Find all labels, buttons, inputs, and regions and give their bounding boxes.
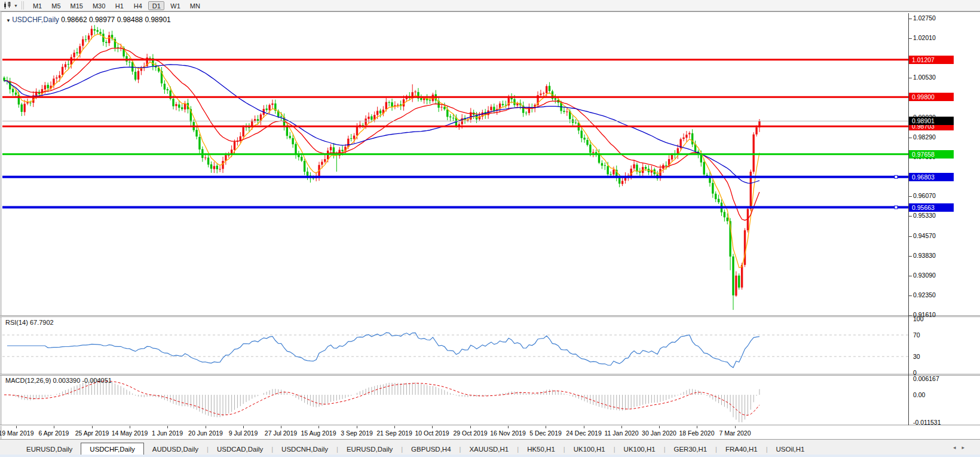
tab-scroll-right-icon[interactable]: ▸ xyxy=(961,444,970,450)
date-tick-mark xyxy=(130,426,130,428)
chart-tab-UK100-H1[interactable]: UK100,H1 xyxy=(565,443,614,456)
ohlc-low: 0.98488 xyxy=(117,16,143,24)
price-tick-mark xyxy=(909,38,912,39)
status-strip xyxy=(0,455,980,457)
chart-title: ▼ USDCHF,Daily 0.98662 0.98977 0.98488 0… xyxy=(6,16,171,24)
date-tick-mark xyxy=(92,426,93,428)
price-tick-label: 1.00530 xyxy=(913,74,936,81)
tab-scroll-arrows: ◂▸ xyxy=(953,444,970,450)
date-tick-mark xyxy=(394,426,395,428)
chart-tab-GER30-H1[interactable]: GER30,H1 xyxy=(666,443,716,456)
toolbar-grip[interactable] xyxy=(22,1,24,10)
current-price-label: 0.98901 xyxy=(909,117,954,125)
date-tick-mark xyxy=(318,426,319,428)
chart-symbol: USDCHF,Daily xyxy=(12,16,59,24)
rsi-line xyxy=(7,333,760,367)
ohlc-high: 0.98977 xyxy=(89,16,115,24)
date-tick-mark xyxy=(735,426,736,428)
macd-scale-max: 0.006167 xyxy=(913,375,939,383)
price-tick-label: 0.92350 xyxy=(913,291,936,299)
price-tick-label: 0.98290 xyxy=(913,133,936,141)
price-tick-mark xyxy=(909,78,912,78)
timeframe-toolbar: ▼ M1M5M15M30H1H4D1W1MN xyxy=(0,0,980,11)
date-tick-mark xyxy=(432,426,433,428)
chart-tab-USDCAD-Daily[interactable]: USDCAD,Daily xyxy=(209,443,271,456)
chart-tab-GBPUSD-H4[interactable]: GBPUSD,H4 xyxy=(403,443,459,456)
date-tick-mark xyxy=(281,426,281,428)
date-tick-mark xyxy=(54,426,54,428)
timeframe-button-H1[interactable]: H1 xyxy=(111,1,127,10)
tab-scroll-left-icon[interactable]: ◂ xyxy=(953,444,962,450)
date-tick-mark xyxy=(206,426,206,428)
price-tick-mark xyxy=(909,138,912,138)
date-tick-mark xyxy=(508,426,509,428)
timeframe-button-M1[interactable]: M1 xyxy=(29,1,45,10)
price-level-label: 0.97658 xyxy=(909,150,954,159)
timeframe-button-W1[interactable]: W1 xyxy=(167,1,184,10)
date-axis-line xyxy=(0,425,980,426)
date-tick-mark xyxy=(470,426,471,428)
price-axis-line xyxy=(908,13,909,425)
price-tick-mark xyxy=(909,19,912,19)
price-tick-label: 0.94570 xyxy=(913,232,936,240)
line-selection-handle xyxy=(895,206,898,209)
chart-tab-EURUSD-Daily[interactable]: EURUSD,Daily xyxy=(338,443,401,456)
timeframe-button-D1[interactable]: D1 xyxy=(148,1,164,10)
rsi-scale-label: 70 xyxy=(913,331,920,339)
chart-mode-icon[interactable] xyxy=(2,1,14,10)
macd-pane-canvas[interactable] xyxy=(2,376,908,425)
rsi-pane-canvas[interactable] xyxy=(2,317,908,374)
rsi-indicator-label: RSI(14) 67.7902 xyxy=(5,319,54,326)
ma-line-20 xyxy=(4,48,760,221)
chart-tab-FRA40-H1[interactable]: FRA40,H1 xyxy=(717,443,766,456)
price-tick-mark xyxy=(909,276,912,276)
chart-tab-USOil-H1[interactable]: USOil,H1 xyxy=(768,443,813,456)
timeframe-button-M15[interactable]: M15 xyxy=(67,1,87,10)
price-tick-label: 0.93090 xyxy=(913,272,936,279)
price-tick-mark xyxy=(909,256,912,257)
price-tick-mark xyxy=(909,236,912,237)
price-tick-label: 1.02010 xyxy=(913,34,936,42)
date-tick-mark xyxy=(697,426,697,428)
chart-tab-XAUUSD-H1[interactable]: XAUUSD,H1 xyxy=(461,443,517,456)
timeframe-button-H4[interactable]: H4 xyxy=(130,1,146,10)
candlestick-glyph xyxy=(4,2,12,9)
chart-tab-HK50-H1[interactable]: HK50,H1 xyxy=(519,443,564,456)
timeframe-button-M5[interactable]: M5 xyxy=(48,1,64,10)
chart-menu-caret-icon[interactable]: ▼ xyxy=(6,18,12,23)
chart-tab-EURUSD-Daily[interactable]: EURUSD,Daily xyxy=(18,443,81,456)
chart-tabs: EURUSD,DailyUSDCHF,DailyAUDUSD,Daily|USD… xyxy=(18,441,813,456)
price-tick-label: 0.93830 xyxy=(913,252,936,260)
macd-indicator-label: MACD(12,26,9) 0.003390 -0.004051 xyxy=(5,377,112,384)
date-tick-mark xyxy=(659,426,660,428)
chart-tab-USDCHF-Daily[interactable]: USDCHF,Daily xyxy=(81,443,143,456)
timeframe-button-M30[interactable]: M30 xyxy=(89,1,109,10)
price-tick-label: 0.95330 xyxy=(913,212,936,220)
price-tick-mark xyxy=(909,315,912,316)
chart-tab-AUDUSD-Daily[interactable]: AUDUSD,Daily xyxy=(144,443,207,456)
macd-signal-line xyxy=(4,381,760,415)
pane-separator[interactable] xyxy=(0,374,980,376)
date-tick-mark xyxy=(167,426,168,428)
chart-tab-UK100-H1[interactable]: UK100,H1 xyxy=(615,443,664,456)
date-tick-mark xyxy=(546,426,546,428)
ma-line-50 xyxy=(4,65,760,183)
price-tick-mark xyxy=(909,216,912,217)
date-tick-mark xyxy=(357,426,357,428)
date-tick-mark xyxy=(621,426,622,428)
timeframe-button-MN[interactable]: MN xyxy=(186,1,204,10)
ohlc-close: 0.98901 xyxy=(145,16,170,24)
timeframe-buttons: M1M5M15M30H1H4D1W1MN xyxy=(28,1,205,10)
chart-tab-USDCNH-Daily[interactable]: USDCNH,Daily xyxy=(273,443,336,456)
price-level-label: 0.99800 xyxy=(909,93,954,101)
ma-line-5 xyxy=(4,34,760,267)
price-tick-label: 1.02750 xyxy=(913,14,936,22)
price-level-label: 0.95663 xyxy=(909,203,954,212)
macd-scale-min: -0.011531 xyxy=(913,419,941,426)
price-level-label: 0.96803 xyxy=(909,173,954,181)
date-tick-mark xyxy=(16,426,17,428)
main-chart-canvas[interactable] xyxy=(2,13,908,316)
price-tick-mark xyxy=(909,196,912,197)
chevron-down-icon[interactable]: ▼ xyxy=(14,4,18,8)
price-level-label: 1.01207 xyxy=(909,56,954,64)
